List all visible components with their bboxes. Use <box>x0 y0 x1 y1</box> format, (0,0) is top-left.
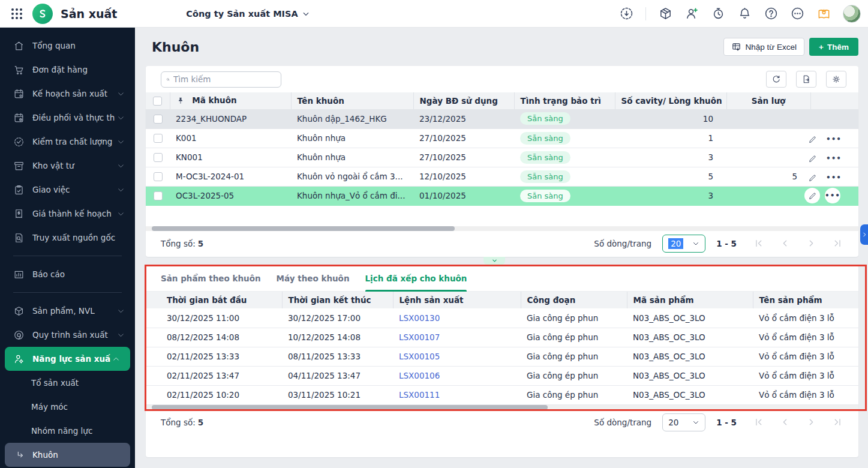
tab-san-pham-theo-khuon[interactable]: Sản phẩm theo khuôn <box>161 266 261 292</box>
first-page-icon[interactable] <box>753 238 764 249</box>
scrollbar-thumb[interactable] <box>152 405 548 410</box>
refresh-button[interactable] <box>766 71 786 88</box>
schedule-row[interactable]: 02/11/2025 10:20 03/11/2025 10:21 LSX001… <box>146 385 858 404</box>
production-order-link[interactable]: LSX00106 <box>399 371 440 380</box>
status-badge: Sẵn sàng <box>520 190 570 202</box>
row-checkbox[interactable] <box>154 115 163 124</box>
first-page-icon[interactable] <box>753 417 764 428</box>
package-icon[interactable] <box>658 7 672 21</box>
production-order-link[interactable]: LSX00130 <box>399 313 440 323</box>
row-checkbox[interactable] <box>154 172 163 181</box>
status-badge: Sẵn sàng <box>520 112 570 125</box>
sidebar-item-dieu-phoi-va-thuc-thi[interactable]: Điều phối và thực thi <box>0 106 135 130</box>
table-row[interactable]: K001 Khuôn nhựa 27/10/2025 Sẵn sàng 1 ••… <box>146 128 858 148</box>
edit-icon[interactable] <box>810 133 819 146</box>
sidebar-item-giao-viec[interactable]: Giao việc <box>0 178 135 202</box>
expand-side-panel-tab[interactable] <box>860 224 868 245</box>
app-launcher-icon[interactable] <box>10 7 24 21</box>
next-page-icon[interactable] <box>806 238 817 249</box>
tab-lich-da-xep-cho-khuon[interactable]: Lịch đã xếp cho khuôn <box>365 266 467 292</box>
sidebar-subitem-to-san-xuat[interactable]: Tổ sản xuất <box>0 371 135 395</box>
schedule-row[interactable]: 08/12/2025 14:08 10/12/2025 14:08 LSX001… <box>146 328 858 347</box>
edit-icon[interactable] <box>810 152 819 165</box>
chevron-down-icon <box>302 10 310 18</box>
sidebar-item-truy-xuat-nguon-goc[interactable]: Truy xuất nguồn gốc <box>0 226 135 250</box>
edit-icon[interactable] <box>810 171 819 184</box>
status-badge: Sẵn sàng <box>520 170 570 183</box>
table-import-icon <box>731 42 741 52</box>
schedule-row[interactable]: 30/12/2025 11:00 30/12/2025 17:00 LSX001… <box>146 308 858 328</box>
table-row[interactable]: KN001 Khuôn nhựa 27/10/2025 Sẵn sàng 3 •… <box>146 148 858 167</box>
next-page-icon[interactable] <box>806 417 817 428</box>
pin-icon[interactable] <box>176 97 185 107</box>
more-actions-icon[interactable]: ••• <box>825 188 840 203</box>
sidebar-item-kho-vat-tu[interactable]: Kho vật tư <box>0 154 135 178</box>
more-actions-icon[interactable]: ••• <box>827 133 840 146</box>
help-icon[interactable] <box>764 7 778 21</box>
import-excel-button[interactable]: Nhập từ Excel <box>723 38 805 56</box>
sidebar-item-quy-trinh-san-xuat[interactable]: Quy trình sản xuất <box>0 323 135 347</box>
more-icon[interactable] <box>790 7 804 21</box>
sidebar-item-kiem-tra-chat-luong[interactable]: Kiểm tra chất lượng <box>0 130 135 154</box>
prev-page-icon[interactable] <box>780 238 791 249</box>
schedule-table: Thời gian bắt đầu Thời gian kết thúc Lện… <box>146 292 858 405</box>
main-content: Khuôn Nhập từ Excel + Thêm <box>135 28 868 468</box>
schedule-row[interactable]: 02/11/2025 13:47 04/11/2025 13:47 LSX001… <box>146 366 858 385</box>
sidebar-item-nang-luc-san-xuat[interactable]: Năng lực sản xuất <box>5 347 130 371</box>
sidebar: Tổng quan Đơn đặt hàng Kế hoạch sản xuất… <box>0 28 135 468</box>
more-actions-icon[interactable]: ••• <box>827 152 840 165</box>
production-order-link[interactable]: LSX00105 <box>399 352 440 361</box>
sidebar-item-ke-hoach-san-xuat[interactable]: Kế hoạch sản xuất <box>0 82 135 106</box>
page-range: 1 - 5 <box>716 418 737 427</box>
sidebar-item-gia-thanh-ke-hoach[interactable]: Giá thành kế hoạch <box>0 202 135 226</box>
sidebar-item-bao-cao[interactable]: Báo cáo <box>0 262 135 286</box>
search-field[interactable] <box>173 74 276 84</box>
export-button[interactable] <box>796 71 816 88</box>
guide-icon[interactable] <box>816 7 831 21</box>
select-all-checkbox[interactable] <box>153 97 162 106</box>
download-icon[interactable] <box>619 7 633 21</box>
search-input[interactable] <box>161 71 281 88</box>
row-checkbox[interactable] <box>154 134 163 143</box>
sidebar-item-san-pham-nvl[interactable]: Sản phẩm, NVL <box>0 299 135 323</box>
page-size-select[interactable]: 20 <box>662 413 705 431</box>
edit-icon[interactable] <box>810 188 820 203</box>
last-page-icon[interactable] <box>833 238 843 249</box>
panel-collapse-handle[interactable] <box>483 257 505 265</box>
alarm-icon[interactable] <box>711 7 725 21</box>
tab-may-theo-khuon[interactable]: Máy theo khuôn <box>277 266 350 292</box>
row-checkbox[interactable] <box>154 191 163 200</box>
sidebar-item-tong-quan[interactable]: Tổng quan <box>0 34 135 58</box>
refresh-icon <box>771 74 781 84</box>
table-row-selected[interactable]: OC3L-2025-05 Khuôn nhựa_Vỏ ổ cắm đi... 0… <box>146 186 858 205</box>
table-row[interactable]: M-OC3L-2024-01 Khuôn vỏ ngoài ổ cắm 3...… <box>146 167 858 186</box>
scrollbar-thumb[interactable] <box>152 226 455 231</box>
chevron-down-icon <box>115 331 127 339</box>
avatar[interactable] <box>843 5 861 23</box>
production-order-link[interactable]: LSX00107 <box>399 332 440 342</box>
schedule-row[interactable]: 02/11/2025 13:33 08/11/2025 13:33 LSX001… <box>146 347 858 366</box>
misa-logo-icon[interactable] <box>32 4 53 24</box>
bell-icon[interactable] <box>737 7 752 21</box>
page-size-select[interactable]: 20 <box>662 235 705 253</box>
production-order-link[interactable]: LSX00111 <box>399 390 440 400</box>
add-user-icon[interactable] <box>684 7 699 21</box>
add-button[interactable]: + Thêm <box>809 38 858 56</box>
horizontal-scrollbar[interactable] <box>146 226 858 231</box>
more-actions-icon[interactable]: ••• <box>827 171 840 184</box>
sidebar-subitem-nhom-nang-luc[interactable]: Nhóm năng lực <box>0 419 135 443</box>
page-title: Khuôn <box>152 40 199 55</box>
sidebar-item-don-dat-hang[interactable]: Đơn đặt hàng <box>0 58 135 82</box>
company-selector[interactable]: Công ty Sản xuất MISA <box>186 9 310 19</box>
cube-icon <box>13 305 25 317</box>
cart-icon <box>13 64 25 76</box>
prev-page-icon[interactable] <box>780 417 791 428</box>
sidebar-subitem-may-moc[interactable]: Máy móc <box>0 395 135 419</box>
mold-detail-card: Sản phẩm theo khuôn Máy theo khuôn Lịch … <box>146 266 858 457</box>
settings-button[interactable] <box>826 71 846 88</box>
table-row[interactable]: 2234_KHUONDAP Khuôn dập_1462_HKG 23/12/2… <box>146 109 858 128</box>
row-checkbox[interactable] <box>154 153 163 162</box>
last-page-icon[interactable] <box>833 417 843 428</box>
horizontal-scrollbar[interactable] <box>146 405 858 410</box>
sidebar-subitem-khuon[interactable]: Khuôn <box>5 443 130 467</box>
